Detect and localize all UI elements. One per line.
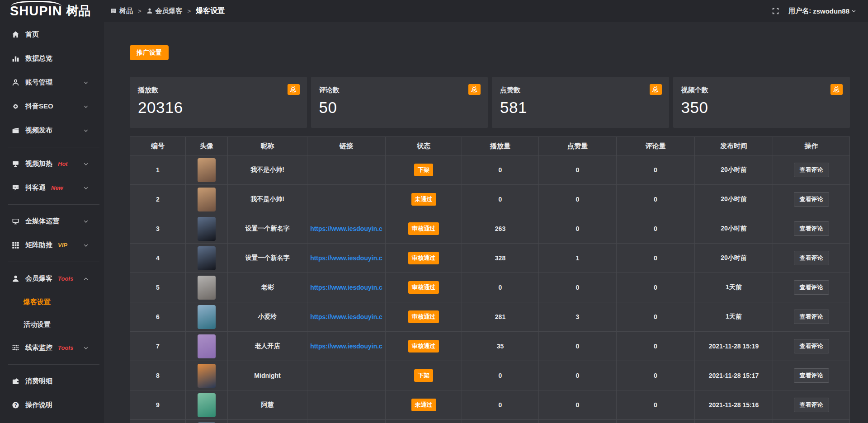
- cell-likes: [539, 420, 617, 423]
- view-comments-button[interactable]: 查看评论: [794, 280, 829, 295]
- avatar: [198, 188, 216, 212]
- promo-settings-button[interactable]: 推广设置: [130, 45, 169, 60]
- status-badge: 审核通过: [408, 281, 439, 294]
- sidebar-item-消费明细[interactable]: 消费明细: [0, 369, 104, 393]
- sidebar-divider: [8, 262, 99, 262]
- videos-table: 编号头像昵称链接状态播放量点赞量评论量发布时间操作 1我不是小帅!下架00020…: [130, 136, 850, 423]
- breadcrumb-label: 会员爆客: [156, 7, 183, 15]
- table-row: 10: [130, 420, 850, 423]
- view-comments-button[interactable]: 查看评论: [794, 368, 829, 383]
- cell-comments: 0: [617, 302, 695, 332]
- cell-link: https://www.iesdouyin.c: [307, 302, 386, 332]
- cell-avatar: [186, 185, 228, 214]
- stat-card: 播放数总20316: [130, 77, 307, 128]
- table-header-row: 编号头像昵称链接状态播放量点赞量评论量发布时间操作: [130, 137, 850, 155]
- cell-nickname: 阿慧: [228, 390, 307, 420]
- chart-icon: [11, 55, 19, 62]
- cell-plays: 0: [462, 273, 539, 302]
- sidebar-item-首页[interactable]: 首页: [0, 23, 104, 47]
- cell-likes: 3: [539, 302, 617, 332]
- cell-nickname: 小爱玲: [228, 302, 307, 332]
- status-badge: 审核通过: [408, 252, 439, 264]
- cell-avatar: [186, 214, 228, 244]
- username-label: 用户名:: [788, 7, 811, 15]
- sidebar-item-视频加热[interactable]: 视频加热Hot: [0, 152, 104, 176]
- sidebar-subitem-活动设置[interactable]: 活动设置: [0, 313, 104, 336]
- column-header: 操作: [773, 137, 850, 155]
- view-comments-button[interactable]: 查看评论: [794, 398, 829, 412]
- cell-comments: 0: [617, 155, 695, 185]
- sidebar-item-label: 矩阵助推: [25, 241, 52, 249]
- video-link[interactable]: https://www.iesdouyin.c: [310, 225, 382, 232]
- main-content: 推广设置 播放数总20316评论数总50点赞数总581视频个数总350 编号头像…: [104, 45, 868, 423]
- cell-status: 审核通过: [386, 302, 462, 332]
- cell-likes: 0: [539, 390, 617, 420]
- sidebar-item-全媒体运营[interactable]: 全媒体运营: [0, 209, 104, 233]
- sidebar-item-label: 首页: [25, 30, 39, 39]
- table-row: 9阿慧未通过0002021-11-28 15:16查看评论: [130, 390, 850, 420]
- user-menu[interactable]: 用户名: zswodun88: [788, 7, 856, 15]
- topbar-right: 用户名: zswodun88: [772, 7, 868, 15]
- video-link[interactable]: https://www.iesdouyin.c: [310, 284, 382, 291]
- cell-plays: 281: [462, 302, 539, 332]
- sliders-icon: [11, 344, 19, 352]
- sidebar-item-会员爆客[interactable]: 会员爆客Tools: [0, 267, 104, 291]
- breadcrumb-item[interactable]: 会员爆客: [146, 7, 183, 15]
- cell-avatar: [186, 273, 228, 302]
- cell-status: 下架: [386, 361, 462, 390]
- status-badge: 审核通过: [408, 340, 439, 352]
- sidebar-item-抖客通[interactable]: 抖客通New: [0, 176, 104, 200]
- cell-number: 10: [130, 420, 186, 423]
- breadcrumb-item[interactable]: 爆客设置: [196, 6, 225, 16]
- video-link[interactable]: https://www.iesdouyin.c: [310, 313, 382, 320]
- cell-comments: 0: [617, 185, 695, 214]
- cell-number: 9: [130, 390, 186, 420]
- cell-comments: [617, 420, 695, 423]
- sidebar-item-矩阵助推[interactable]: 矩阵助推VIP: [0, 233, 104, 257]
- column-header: 点赞量: [539, 137, 617, 155]
- sidebar-item-label: 抖客通: [25, 183, 46, 192]
- cell-link: https://www.iesdouyin.c: [307, 332, 386, 361]
- avatar: [198, 158, 216, 182]
- sidebar-item-操作说明[interactable]: ?操作说明: [0, 393, 104, 417]
- cell-likes: 0: [539, 155, 617, 185]
- breadcrumb-label: 树品: [119, 7, 133, 15]
- cell-nickname: 老彬: [228, 273, 307, 302]
- sidebar-item-数据总览[interactable]: 数据总览: [0, 47, 104, 70]
- sidebar-subitem-爆客设置[interactable]: 爆客设置: [0, 291, 104, 313]
- view-comments-button[interactable]: 查看评论: [794, 221, 829, 236]
- cell-time: 2021-11-28 15:19: [695, 332, 773, 361]
- view-comments-button[interactable]: 查看评论: [794, 339, 829, 353]
- svg-text:?: ?: [14, 403, 17, 408]
- view-comments-button[interactable]: 查看评论: [794, 192, 829, 207]
- view-comments-button[interactable]: 查看评论: [794, 310, 829, 324]
- fullscreen-icon[interactable]: [772, 7, 779, 15]
- status-badge: 下架: [414, 164, 433, 176]
- view-comments-button[interactable]: 查看评论: [794, 251, 829, 265]
- sidebar-item-label: 数据总览: [25, 54, 52, 63]
- cell-comments: 0: [617, 214, 695, 244]
- breadcrumb-item[interactable]: 树品: [110, 7, 133, 15]
- sidebar-badge: New: [51, 184, 63, 191]
- sidebar-item-线索监控[interactable]: 线索监控Tools: [0, 336, 104, 360]
- sidebar-divider: [8, 364, 99, 365]
- view-comments-button[interactable]: 查看评论: [794, 163, 829, 177]
- sidebar-item-视频发布[interactable]: 视频发布: [0, 118, 104, 142]
- cell-avatar: [186, 302, 228, 332]
- sidebar-item-账号管理[interactable]: 账号管理: [0, 70, 104, 94]
- sidebar-divider: [8, 204, 99, 205]
- video-link[interactable]: https://www.iesdouyin.c: [310, 254, 382, 262]
- column-header: 评论量: [617, 137, 695, 155]
- video-link[interactable]: https://www.iesdouyin.c: [310, 343, 382, 350]
- total-badge: 总: [288, 84, 300, 95]
- cell-plays: [462, 420, 539, 423]
- cell-number: 6: [130, 302, 186, 332]
- sidebar-divider: [8, 147, 99, 147]
- cell-avatar: [186, 390, 228, 420]
- avatar: [198, 276, 216, 300]
- topbar: SHUPIN 树品 树品>会员爆客>爆客设置 用户名: zswodun88: [0, 0, 868, 22]
- sidebar-item-抖音SEO[interactable]: 抖音SEO: [0, 94, 104, 118]
- breadcrumb-separator: >: [188, 8, 191, 14]
- cell-plays: 0: [462, 361, 539, 390]
- cell-number: 3: [130, 214, 186, 244]
